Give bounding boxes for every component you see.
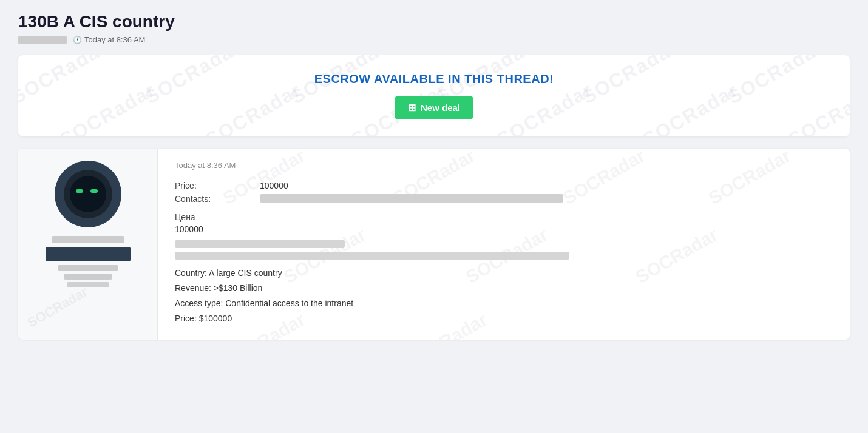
escrow-title: ESCROW AVAILABLE IN THIS THREAD!: [314, 72, 554, 86]
cyrillic-label: Цена: [175, 212, 833, 222]
post-card: SOCRadar SOCRadar SOCRadar SOCRadar SOCR…: [18, 149, 850, 340]
escrow-banner: SOCRadar SOCRadar SOCRadar SOCRadar SOCR…: [18, 55, 850, 136]
detail-country: Country: A large CIS country: [175, 267, 833, 280]
price-value: 100000: [260, 181, 288, 190]
post-content: SOCRadar SOCRadar SOCRadar SOCRadar SOCR…: [158, 149, 850, 340]
clock-icon: 🕐: [73, 36, 82, 44]
avatar-column: SOCRadar: [18, 149, 158, 340]
contacts-label: Contacts:: [175, 194, 260, 204]
username-blur: [18, 36, 67, 44]
post-meta: 🕐 Today at 8:36 AM: [18, 35, 850, 44]
blurred-line-1: [175, 240, 345, 248]
detail-price: Price: $100000: [175, 312, 833, 325]
blurred-line-2: [175, 252, 569, 260]
detail-access: Access type: Confidential access to the …: [175, 297, 833, 310]
new-deal-button[interactable]: ⊞ New deal: [395, 96, 473, 119]
contacts-row: Contacts:: [175, 194, 833, 204]
username-blur-bar: [52, 236, 124, 243]
contacts-value-blur: [260, 194, 563, 203]
post-time: Today at 8:36 AM: [175, 161, 833, 170]
plus-icon: ⊞: [408, 102, 416, 113]
price-row: Price: 100000: [175, 181, 833, 190]
detail-revenue: Revenue: >$130 Billion: [175, 282, 833, 295]
price-label: Price:: [175, 181, 260, 190]
cyrillic-value: 100000: [175, 224, 833, 234]
page-title: 130B A CIS country: [18, 12, 850, 32]
user-role-blur: [46, 247, 131, 261]
post-details: Country: A large CIS country Revenue: >$…: [175, 267, 833, 325]
avatar: [55, 161, 121, 227]
post-timestamp: 🕐 Today at 8:36 AM: [73, 35, 145, 44]
